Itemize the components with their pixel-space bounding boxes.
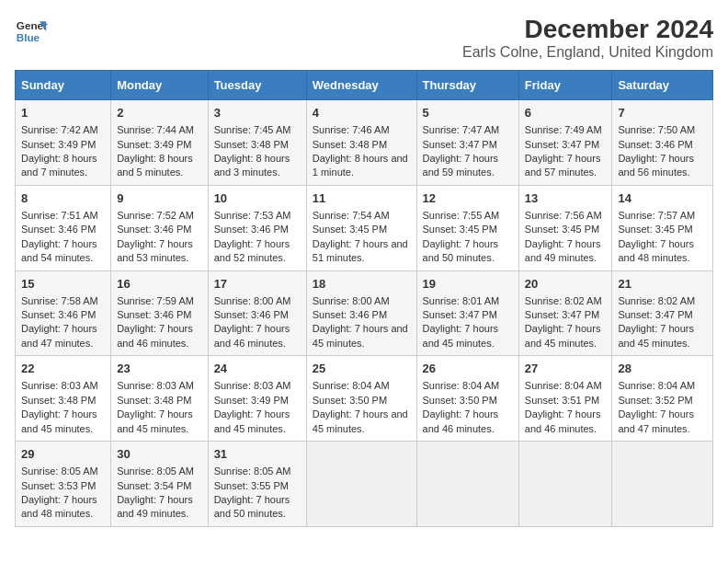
day-number: 13 [525, 190, 607, 207]
day-number: 16 [117, 276, 201, 293]
sunset-text: Sunset: 3:45 PM [525, 223, 607, 236]
calendar-cell: 24Sunrise: 8:03 AMSunset: 3:49 PMDayligh… [208, 356, 306, 442]
day-header-monday: Monday [111, 71, 208, 100]
calendar-cell: 25Sunrise: 8:04 AMSunset: 3:50 PMDayligh… [306, 356, 416, 442]
calendar-cell: 4Sunrise: 7:46 AMSunset: 3:48 PMDaylight… [306, 100, 416, 186]
sunrise-text: Sunrise: 8:02 AM [618, 294, 707, 308]
daylight-text: Daylight: 7 hours and 47 minutes. [21, 322, 105, 350]
calendar-cell: 6Sunrise: 7:49 AMSunset: 3:47 PMDaylight… [518, 100, 612, 186]
daylight-text: Daylight: 7 hours and 51 minutes. [313, 237, 411, 266]
sunset-text: Sunset: 3:48 PM [117, 394, 201, 408]
daylight-text: Daylight: 7 hours and 46 minutes. [214, 322, 301, 350]
day-number: 20 [525, 276, 607, 293]
sunset-text: Sunset: 3:46 PM [21, 223, 105, 236]
sunrise-text: Sunrise: 7:44 AM [117, 123, 201, 137]
calendar-cell [518, 442, 612, 527]
day-number: 30 [117, 446, 201, 463]
sunrise-text: Sunrise: 7:42 AM [21, 123, 105, 137]
day-number: 23 [117, 361, 201, 377]
daylight-text: Daylight: 7 hours and 57 minutes. [525, 152, 607, 180]
daylight-text: Daylight: 7 hours and 50 minutes. [214, 493, 301, 522]
calendar-cell: 9Sunrise: 7:52 AMSunset: 3:46 PMDaylight… [111, 185, 208, 270]
sunset-text: Sunset: 3:46 PM [117, 223, 201, 236]
day-number: 19 [423, 276, 513, 293]
sunrise-text: Sunrise: 7:59 AM [117, 294, 201, 308]
title-area: December 2024 Earls Colne, England, Unit… [462, 15, 713, 61]
calendar-cell: 21Sunrise: 8:02 AMSunset: 3:47 PMDayligh… [612, 270, 713, 356]
sunset-text: Sunset: 3:49 PM [117, 138, 201, 152]
calendar-cell: 30Sunrise: 8:05 AMSunset: 3:54 PMDayligh… [111, 442, 208, 527]
sunset-text: Sunset: 3:47 PM [423, 308, 513, 322]
sunrise-text: Sunrise: 8:04 AM [618, 379, 707, 393]
sunrise-text: Sunrise: 7:54 AM [313, 209, 411, 223]
logo-icon: General Blue [15, 15, 48, 48]
daylight-text: Daylight: 7 hours and 46 minutes. [525, 408, 607, 436]
sunrise-text: Sunrise: 7:46 AM [313, 123, 411, 137]
day-number: 11 [313, 190, 411, 207]
daylight-text: Daylight: 7 hours and 45 minutes. [214, 408, 301, 436]
sunrise-text: Sunrise: 7:51 AM [21, 209, 105, 223]
daylight-text: Daylight: 7 hours and 48 minutes. [618, 237, 707, 266]
calendar-cell: 13Sunrise: 7:56 AMSunset: 3:45 PMDayligh… [518, 185, 612, 270]
day-number: 12 [423, 190, 513, 207]
calendar-cell: 22Sunrise: 8:03 AMSunset: 3:48 PMDayligh… [16, 356, 111, 442]
sunrise-text: Sunrise: 7:52 AM [117, 209, 201, 223]
calendar-cell [306, 442, 416, 527]
daylight-text: Daylight: 7 hours and 52 minutes. [214, 237, 301, 266]
sunrise-text: Sunrise: 7:58 AM [21, 294, 105, 308]
sunset-text: Sunset: 3:46 PM [21, 308, 105, 322]
calendar-cell: 2Sunrise: 7:44 AMSunset: 3:49 PMDaylight… [111, 100, 208, 186]
sunrise-text: Sunrise: 7:49 AM [525, 123, 607, 137]
calendar-cell: 28Sunrise: 8:04 AMSunset: 3:52 PMDayligh… [612, 356, 713, 442]
day-number: 28 [618, 361, 707, 377]
daylight-text: Daylight: 7 hours and 56 minutes. [618, 152, 707, 180]
day-number: 26 [423, 361, 513, 377]
sunrise-text: Sunrise: 8:01 AM [423, 294, 513, 308]
daylight-text: Daylight: 8 hours and 7 minutes. [21, 152, 105, 180]
sunset-text: Sunset: 3:48 PM [21, 394, 105, 408]
day-number: 6 [525, 105, 607, 121]
sunset-text: Sunset: 3:50 PM [423, 394, 513, 408]
week-row-5: 29Sunrise: 8:05 AMSunset: 3:53 PMDayligh… [16, 442, 713, 527]
daylight-text: Daylight: 7 hours and 54 minutes. [21, 237, 105, 266]
sunrise-text: Sunrise: 8:05 AM [214, 465, 301, 478]
daylight-text: Daylight: 7 hours and 45 minutes. [21, 408, 105, 436]
calendar-cell: 26Sunrise: 8:04 AMSunset: 3:50 PMDayligh… [416, 356, 518, 442]
calendar-cell: 14Sunrise: 7:57 AMSunset: 3:45 PMDayligh… [612, 185, 713, 270]
daylight-text: Daylight: 7 hours and 45 minutes. [423, 322, 513, 350]
day-number: 25 [313, 361, 411, 377]
sunrise-text: Sunrise: 7:56 AM [525, 209, 607, 223]
sunset-text: Sunset: 3:45 PM [313, 223, 411, 236]
sunrise-text: Sunrise: 8:04 AM [525, 379, 607, 393]
daylight-text: Daylight: 7 hours and 46 minutes. [423, 408, 513, 436]
sunset-text: Sunset: 3:46 PM [117, 308, 201, 322]
day-number: 31 [214, 446, 301, 463]
sunrise-text: Sunrise: 7:55 AM [423, 209, 513, 223]
calendar-cell: 7Sunrise: 7:50 AMSunset: 3:46 PMDaylight… [612, 100, 713, 186]
week-row-4: 22Sunrise: 8:03 AMSunset: 3:48 PMDayligh… [16, 356, 713, 442]
daylight-text: Daylight: 7 hours and 50 minutes. [423, 237, 513, 266]
daylight-text: Daylight: 7 hours and 53 minutes. [117, 237, 201, 266]
day-number: 27 [525, 361, 607, 377]
sunset-text: Sunset: 3:55 PM [214, 479, 301, 493]
calendar-cell: 16Sunrise: 7:59 AMSunset: 3:46 PMDayligh… [111, 270, 208, 356]
main-title: December 2024 [462, 15, 713, 44]
daylight-text: Daylight: 7 hours and 47 minutes. [618, 408, 707, 436]
daylight-text: Daylight: 8 hours and 1 minute. [313, 152, 411, 180]
week-row-1: 1Sunrise: 7:42 AMSunset: 3:49 PMDaylight… [16, 100, 713, 186]
daylight-text: Daylight: 7 hours and 49 minutes. [525, 237, 607, 266]
day-number: 29 [21, 446, 105, 463]
calendar-cell: 5Sunrise: 7:47 AMSunset: 3:47 PMDaylight… [416, 100, 518, 186]
sunset-text: Sunset: 3:53 PM [21, 479, 105, 493]
day-number: 24 [214, 361, 301, 377]
daylight-text: Daylight: 7 hours and 48 minutes. [21, 493, 105, 522]
day-number: 17 [214, 276, 301, 293]
daylight-text: Daylight: 7 hours and 45 minutes. [525, 322, 607, 350]
sunrise-text: Sunrise: 7:45 AM [214, 123, 301, 137]
sunrise-text: Sunrise: 7:57 AM [618, 209, 707, 223]
calendar-cell: 10Sunrise: 7:53 AMSunset: 3:46 PMDayligh… [208, 185, 306, 270]
sunset-text: Sunset: 3:51 PM [525, 394, 607, 408]
day-header-friday: Friday [518, 71, 612, 100]
day-header-tuesday: Tuesday [208, 71, 306, 100]
sunrise-text: Sunrise: 8:05 AM [117, 465, 201, 478]
